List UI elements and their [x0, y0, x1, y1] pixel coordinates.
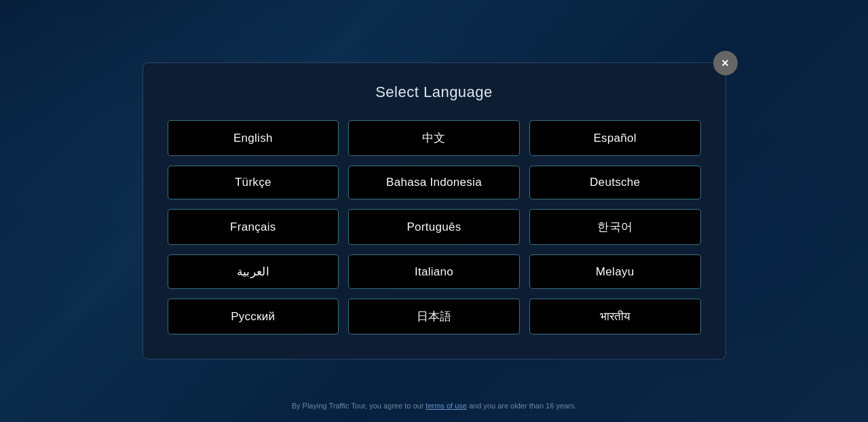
modal-wrapper: × Select Language English中文EspañolTürkçe…	[0, 0, 868, 422]
close-icon: ×	[721, 56, 729, 71]
modal-title: Select Language	[168, 83, 701, 101]
lang-btn-turkish[interactable]: Türkçe	[168, 166, 339, 199]
lang-btn-spanish[interactable]: Español	[529, 120, 701, 156]
close-button[interactable]: ×	[713, 51, 738, 75]
terms-link[interactable]: terms of use	[426, 402, 467, 410]
lang-btn-japanese[interactable]: 日本語	[348, 299, 520, 334]
lang-btn-german[interactable]: Deutsche	[529, 166, 701, 199]
lang-btn-portuguese[interactable]: Português	[348, 209, 520, 245]
footer-text: By Playing Traffic Tour, you agree to ou…	[292, 402, 577, 410]
lang-btn-italian[interactable]: Italiano	[348, 254, 520, 289]
language-grid: English中文EspañolTürkçeBahasa IndonesiaDe…	[168, 120, 701, 334]
lang-btn-russian[interactable]: Русский	[168, 299, 339, 334]
lang-btn-malay[interactable]: Melayu	[529, 254, 701, 289]
lang-btn-indonesian[interactable]: Bahasa Indonesia	[348, 166, 520, 199]
lang-btn-chinese[interactable]: 中文	[348, 120, 520, 156]
language-select-modal: × Select Language English中文EspañolTürkçe…	[143, 62, 726, 360]
lang-btn-arabic[interactable]: العربية	[168, 254, 339, 289]
lang-btn-english[interactable]: English	[168, 120, 339, 156]
lang-btn-indian[interactable]: भारतीय	[529, 299, 701, 334]
lang-btn-french[interactable]: Français	[168, 209, 339, 245]
lang-btn-korean[interactable]: 한국어	[529, 209, 701, 245]
